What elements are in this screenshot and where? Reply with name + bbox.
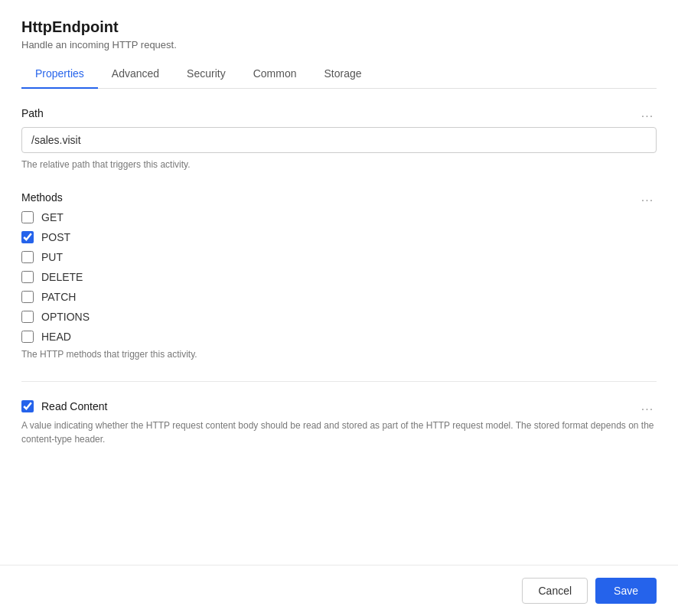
main-content: Path ··· The relative path that triggers… (0, 89, 678, 565)
path-section: Path ··· The relative path that triggers… (21, 107, 657, 170)
ellipsis-icon: ··· (641, 194, 654, 207)
path-input[interactable] (21, 127, 657, 153)
method-delete-checkbox[interactable] (21, 271, 34, 283)
path-label: Path (21, 107, 657, 119)
method-head-label: HEAD (41, 331, 71, 343)
method-delete[interactable]: DELETE (21, 271, 657, 283)
tab-properties[interactable]: Properties (21, 60, 98, 89)
methods-checkboxes: GET POST PUT DELETE PATCH (21, 211, 657, 343)
header: HttpEndpoint Handle an incoming HTTP req… (0, 0, 678, 89)
read-content-section: ··· Read Content A value indicating whet… (21, 381, 657, 446)
method-get-label: GET (41, 211, 64, 223)
tabs-container: Properties Advanced Security Common Stor… (21, 60, 657, 89)
methods-more-button[interactable]: ··· (638, 191, 657, 210)
path-hint: The relative path that triggers this act… (21, 159, 657, 170)
tab-storage[interactable]: Storage (310, 60, 375, 89)
read-content-label: Read Content (41, 400, 107, 412)
footer: Cancel Save (0, 565, 678, 616)
method-delete-label: DELETE (41, 271, 83, 283)
methods-section: Methods ··· GET POST PUT (21, 191, 657, 360)
page-title: HttpEndpoint (21, 18, 657, 36)
ellipsis-icon: ··· (641, 403, 654, 416)
methods-hint: The HTTP methods that trigger this activ… (21, 349, 657, 360)
method-patch-checkbox[interactable] (21, 291, 34, 303)
tab-advanced[interactable]: Advanced (98, 60, 173, 89)
method-put-label: PUT (41, 251, 63, 263)
method-head[interactable]: HEAD (21, 331, 657, 343)
read-content-description: A value indicating whether the HTTP requ… (21, 419, 657, 446)
method-patch[interactable]: PATCH (21, 291, 657, 303)
tab-common[interactable]: Common (240, 60, 311, 89)
page-container: HttpEndpoint Handle an incoming HTTP req… (0, 0, 678, 616)
method-head-checkbox[interactable] (21, 331, 34, 343)
method-post-checkbox[interactable] (21, 231, 34, 243)
method-put-checkbox[interactable] (21, 251, 34, 263)
ellipsis-icon: ··· (641, 110, 654, 122)
method-post-label: POST (41, 231, 70, 243)
method-patch-label: PATCH (41, 291, 76, 303)
read-content-checkbox[interactable] (21, 400, 34, 412)
save-button[interactable]: Save (595, 578, 657, 604)
method-options[interactable]: OPTIONS (21, 311, 657, 323)
read-content-more-button[interactable]: ··· (638, 400, 657, 419)
method-options-label: OPTIONS (41, 311, 90, 323)
method-post[interactable]: POST (21, 231, 657, 243)
cancel-button[interactable]: Cancel (522, 578, 588, 604)
method-put[interactable]: PUT (21, 251, 657, 263)
methods-label: Methods (21, 191, 657, 204)
read-content-row: Read Content (21, 400, 657, 412)
method-get[interactable]: GET (21, 211, 657, 223)
method-get-checkbox[interactable] (21, 211, 34, 223)
path-more-button[interactable]: ··· (638, 107, 657, 125)
page-subtitle: Handle an incoming HTTP request. (21, 39, 657, 51)
tab-security[interactable]: Security (173, 60, 240, 89)
method-options-checkbox[interactable] (21, 311, 34, 323)
